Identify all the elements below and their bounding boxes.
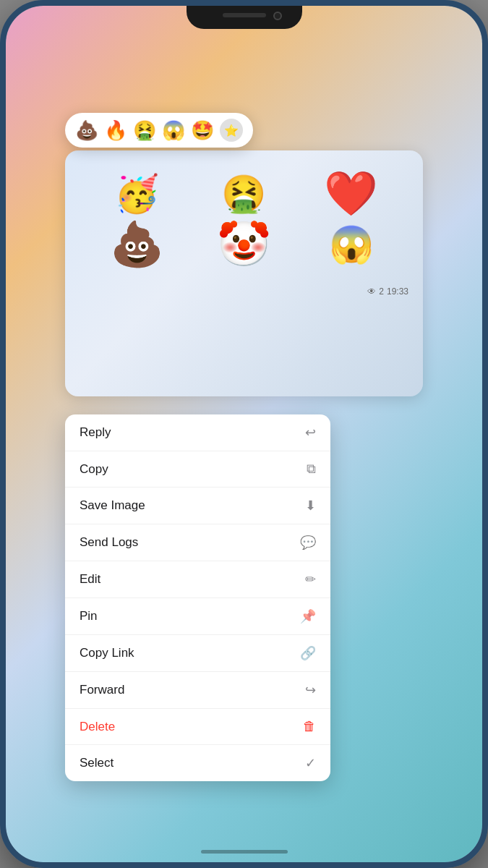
reaction-poop[interactable]: 💩 (75, 119, 98, 142)
send-logs-icon: 💬 (300, 535, 316, 550)
message-bubble: 🥳 🤮 ❤️ 💩 🤡 😱 👁 2 19:33 (65, 150, 423, 396)
menu-item-send-logs[interactable]: Send Logs 💬 (65, 524, 330, 561)
copy-icon: ⧉ (307, 461, 316, 477)
phone-wrap: 💩 🔥 🤮 😱 🤩 ⭐ 🥳 🤮 ❤️ 💩 🤡 (0, 0, 488, 868)
context-menu: Reply ↩ Copy ⧉ Save Image ⬇ Send Logs 💬 … (65, 414, 330, 781)
reaction-star-icon: ⭐ (224, 124, 239, 137)
phone-frame: 💩 🔥 🤮 😱 🤩 ⭐ 🥳 🤮 ❤️ 💩 🤡 (0, 0, 488, 868)
speaker (223, 13, 266, 17)
reaction-bar[interactable]: 💩 🔥 🤮 😱 🤩 ⭐ (65, 113, 253, 148)
reaction-fire[interactable]: 🔥 (104, 119, 127, 142)
menu-send-logs-label: Send Logs (80, 535, 300, 550)
front-camera (273, 12, 282, 20)
emoji-grid: 🥳 🤮 ❤️ 💩 🤡 😱 (80, 165, 408, 281)
reaction-scream[interactable]: 😱 (162, 119, 185, 142)
delete-icon: 🗑 (303, 719, 316, 734)
message-meta: 👁 2 19:33 (80, 286, 408, 297)
menu-save-image-label: Save Image (80, 498, 305, 513)
read-receipt-icon: 👁 (367, 286, 376, 297)
menu-select-label: Select (80, 756, 305, 770)
menu-delete-label: Delete (80, 720, 303, 734)
forward-icon: ↪ (305, 682, 316, 698)
message-time: 19:33 (387, 286, 408, 297)
menu-reply-label: Reply (80, 425, 305, 440)
menu-copy-label: Copy (80, 462, 307, 477)
notch (187, 6, 302, 29)
emoji-sick: 🤮 (221, 176, 266, 212)
reaction-star-eyes[interactable]: 🤩 (191, 119, 214, 142)
phone-content: 💩 🔥 🤮 😱 🤩 ⭐ 🥳 🤮 ❤️ 💩 🤡 (6, 6, 482, 862)
pin-icon: 📌 (300, 608, 316, 624)
menu-item-copy-link[interactable]: Copy Link 🔗 (65, 635, 330, 672)
menu-item-pin[interactable]: Pin 📌 (65, 598, 330, 635)
menu-edit-label: Edit (80, 572, 305, 587)
emoji-clown: 🤡 (217, 223, 271, 266)
menu-item-delete[interactable]: Delete 🗑 (65, 709, 330, 745)
menu-item-save-image[interactable]: Save Image ⬇ (65, 488, 330, 524)
menu-item-copy[interactable]: Copy ⧉ (65, 451, 330, 488)
emoji-party: 🥳 (114, 176, 159, 212)
menu-item-reply[interactable]: Reply ↩ (65, 414, 330, 451)
read-count: 2 (379, 286, 384, 297)
save-image-icon: ⬇ (305, 498, 316, 514)
emoji-poop: 💩 (110, 223, 164, 266)
home-indicator (201, 850, 288, 854)
copy-link-icon: 🔗 (300, 645, 316, 661)
menu-item-edit[interactable]: Edit ✏ (65, 561, 330, 598)
menu-copy-link-label: Copy Link (80, 646, 300, 660)
reaction-more-button[interactable]: ⭐ (220, 119, 243, 142)
menu-item-forward[interactable]: Forward ↪ (65, 672, 330, 709)
reply-icon: ↩ (305, 425, 316, 441)
menu-pin-label: Pin (80, 609, 300, 624)
emoji-scream: 😱 (329, 226, 374, 263)
menu-item-select[interactable]: Select ✓ (65, 745, 330, 781)
edit-icon: ✏ (305, 571, 316, 587)
select-icon: ✓ (305, 755, 316, 771)
reaction-sick[interactable]: 🤮 (133, 119, 156, 142)
emoji-heart: ❤️ (324, 172, 378, 216)
menu-forward-label: Forward (80, 683, 305, 697)
